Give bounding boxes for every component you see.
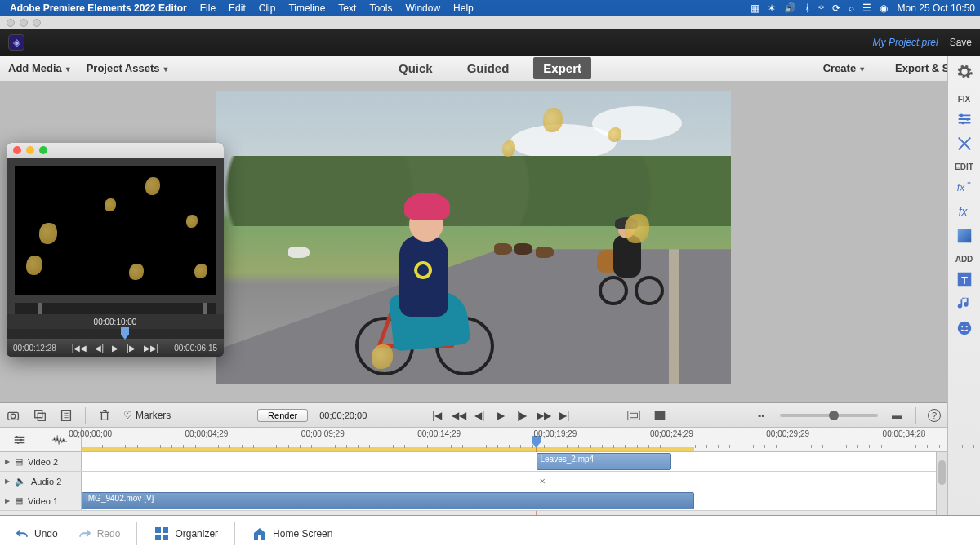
- svg-text:fx: fx: [958, 206, 968, 218]
- menu-help[interactable]: Help: [453, 2, 474, 14]
- project-assets-dropdown[interactable]: Project Assets▼: [87, 62, 170, 74]
- scrollbar-thumb[interactable]: [938, 460, 946, 485]
- create-dropdown[interactable]: Create▼: [823, 62, 866, 74]
- trash-icon[interactable]: [97, 408, 112, 423]
- tab-guided[interactable]: Guided: [457, 57, 519, 79]
- menubar-datetime[interactable]: Mon 25 Oct 10:50: [898, 2, 975, 14]
- track-options-icon[interactable]: [12, 433, 27, 447]
- goto-end-icon[interactable]: ▶▶|: [144, 344, 159, 353]
- siri-icon[interactable]: ◉: [880, 2, 888, 14]
- control-center-icon[interactable]: ☰: [862, 2, 871, 14]
- organizer-button[interactable]: Organizer: [147, 522, 225, 545]
- notification-icon[interactable]: ✶: [768, 2, 776, 14]
- home-screen-button[interactable]: Home Screen: [245, 522, 339, 545]
- speaker-icon[interactable]: 🔈: [15, 476, 26, 487]
- undo-button[interactable]: Undo: [8, 523, 65, 544]
- tracks-scrollbar[interactable]: [936, 452, 947, 515]
- adobe-logo-icon: ◈: [8, 34, 24, 51]
- filmstrip-icon[interactable]: ▤: [15, 456, 23, 467]
- spotlight-icon[interactable]: ⌕: [849, 2, 854, 14]
- disclosure-icon[interactable]: ▶: [5, 458, 10, 465]
- zoom-icon[interactable]: [39, 146, 47, 154]
- properties-icon[interactable]: [59, 408, 74, 423]
- source-scrubber[interactable]: [7, 329, 224, 339]
- svg-point-19: [16, 436, 18, 438]
- tab-quick[interactable]: Quick: [389, 57, 443, 79]
- save-button[interactable]: Save: [950, 37, 972, 48]
- sync-icon[interactable]: ⟳: [832, 2, 840, 14]
- timeline-ruler[interactable]: 00;00;00;0000;00;04;2900;00;09;2900;00;1…: [82, 428, 947, 451]
- goto-end-icon[interactable]: ▶|: [558, 410, 571, 421]
- menu-text[interactable]: Text: [338, 2, 356, 14]
- step-back-icon[interactable]: ◀|: [473, 410, 486, 421]
- adjust-sliders-icon[interactable]: [954, 109, 975, 130]
- zoom-in-icon[interactable]: ▬: [889, 408, 904, 423]
- volume-icon[interactable]: 🔊: [784, 2, 796, 14]
- settings-gear-icon[interactable]: [955, 62, 974, 82]
- menu-timeline[interactable]: Timeline: [288, 2, 325, 14]
- window-zoom-icon[interactable]: [33, 19, 41, 27]
- menu-file[interactable]: File: [200, 2, 216, 14]
- fastfwd-icon[interactable]: ▶▶: [537, 410, 550, 421]
- smiley-icon[interactable]: [954, 318, 975, 339]
- minimize-icon[interactable]: [26, 146, 34, 154]
- fx-icon[interactable]: fx: [954, 201, 975, 222]
- step-fwd-icon[interactable]: |▶: [127, 344, 136, 353]
- menu-window[interactable]: Window: [405, 2, 440, 14]
- clip-leaves[interactable]: Leaves_2.mp4: [537, 453, 671, 470]
- disclosure-icon[interactable]: ▶: [5, 497, 10, 504]
- music-note-icon[interactable]: [954, 293, 975, 314]
- svg-rect-22: [155, 527, 161, 533]
- source-monitor-view[interactable]: [15, 166, 216, 295]
- timeline-ruler-row: 00;00;00;0000;00;04;2900;00;09;2900;00;1…: [0, 428, 947, 452]
- tools-crossed-icon[interactable]: [954, 133, 975, 154]
- titles-t-icon[interactable]: T: [954, 269, 975, 290]
- source-playhead-icon[interactable]: [121, 327, 129, 340]
- goto-start-icon[interactable]: |◀◀: [72, 344, 87, 353]
- audio-waveform-icon[interactable]: [51, 433, 69, 447]
- source-monitor-window[interactable]: 00:00:10:00 00:00:12:28 |◀◀ ◀| ▶ |▶ ▶▶| …: [7, 143, 224, 357]
- disclosure-icon[interactable]: ▶: [5, 478, 10, 485]
- safe-margins-icon[interactable]: [626, 408, 641, 423]
- window-minimize-icon[interactable]: [20, 19, 28, 27]
- bluetooth-icon[interactable]: ᚼ: [804, 2, 810, 14]
- wifi-icon[interactable]: ⌔: [818, 2, 824, 14]
- menu-edit[interactable]: Edit: [229, 2, 246, 14]
- source-duration-tc[interactable]: 00:00:06:15: [174, 344, 217, 353]
- zoom-slider[interactable]: [780, 414, 878, 417]
- window-close-icon[interactable]: [7, 19, 15, 27]
- gradient-icon[interactable]: [954, 225, 975, 247]
- svg-rect-14: [38, 413, 45, 420]
- tab-expert[interactable]: Expert: [533, 57, 591, 79]
- filmstrip-icon[interactable]: ▤: [15, 495, 23, 506]
- step-fwd-icon[interactable]: |▶: [515, 410, 528, 421]
- close-icon[interactable]: [13, 146, 21, 154]
- source-in-out-bar[interactable]: [15, 303, 216, 314]
- link-icon[interactable]: ⨉: [540, 475, 545, 486]
- menu-clip[interactable]: Clip: [259, 2, 276, 14]
- add-media-dropdown[interactable]: Add Media▼: [8, 62, 72, 74]
- play-icon[interactable]: ▶: [494, 410, 507, 421]
- timeline-current-tc[interactable]: 00;00;20;00: [319, 411, 367, 420]
- camera-icon[interactable]: [7, 408, 21, 423]
- program-monitor[interactable]: [216, 91, 731, 384]
- goto-start-icon[interactable]: |◀: [430, 410, 443, 421]
- rewind-icon[interactable]: ◀◀: [452, 410, 465, 421]
- render-button[interactable]: Render: [257, 409, 308, 422]
- zoom-knob[interactable]: [829, 411, 839, 420]
- markers-dropdown[interactable]: ♡ Markers: [123, 410, 171, 421]
- help-icon[interactable]: ?: [928, 409, 941, 422]
- menu-tools[interactable]: Tools: [369, 2, 392, 14]
- fx-star-icon[interactable]: fx: [954, 176, 975, 198]
- fullscreen-icon[interactable]: [653, 408, 667, 423]
- ruler-tick: 00;00;09;29: [301, 429, 345, 438]
- step-back-icon[interactable]: ◀|: [95, 344, 104, 353]
- duplicate-icon[interactable]: [33, 408, 47, 423]
- svg-rect-5: [957, 229, 971, 243]
- clip-img9402[interactable]: IMG_9402.mov [V]: [82, 492, 694, 509]
- zoom-out-icon[interactable]: ▪▪: [754, 408, 768, 423]
- play-icon[interactable]: ▶: [112, 344, 118, 353]
- appgrid-icon[interactable]: ▦: [751, 2, 760, 14]
- redo-button[interactable]: Redo: [71, 523, 127, 544]
- source-current-tc[interactable]: 00:00:12:28: [13, 344, 56, 353]
